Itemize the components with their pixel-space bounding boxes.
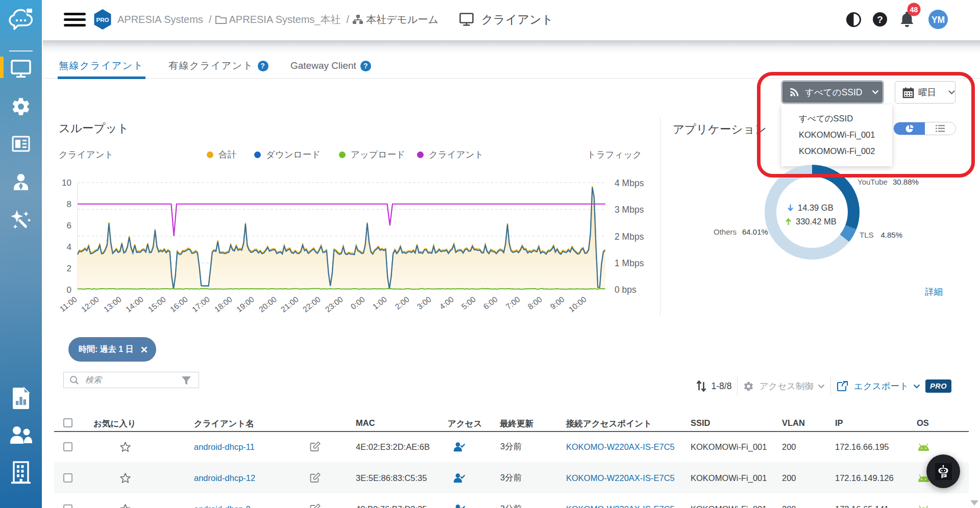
svg-text:18:00: 18:00 (213, 295, 234, 314)
svg-text:21:00: 21:00 (279, 295, 300, 314)
svg-text:5:00: 5:00 (460, 295, 478, 311)
svg-text:4: 4 (67, 242, 71, 252)
svg-text:7:00: 7:00 (504, 295, 522, 311)
svg-text:22:00: 22:00 (301, 295, 322, 314)
svg-text:2:00: 2:00 (394, 295, 411, 311)
svg-text:0 bps: 0 bps (615, 285, 636, 295)
svg-text:3:00: 3:00 (415, 295, 433, 311)
svg-text:12:00: 12:00 (80, 295, 101, 314)
svg-text:2 Mbps: 2 Mbps (615, 232, 644, 242)
svg-text:16:00: 16:00 (168, 295, 189, 314)
svg-text:2: 2 (67, 264, 71, 273)
svg-text:10: 10 (62, 178, 71, 188)
svg-text:10:00: 10:00 (567, 295, 588, 314)
svg-text:1 Mbps: 1 Mbps (615, 258, 644, 268)
svg-text:0: 0 (67, 285, 71, 295)
svg-text:15:00: 15:00 (146, 295, 167, 314)
svg-text:4:00: 4:00 (438, 295, 456, 311)
svg-text:19:00: 19:00 (235, 295, 256, 314)
svg-text:3 Mbps: 3 Mbps (615, 205, 644, 215)
svg-text:8: 8 (67, 199, 71, 209)
svg-text:14:00: 14:00 (124, 295, 145, 314)
svg-text:6: 6 (67, 221, 71, 231)
svg-text:23:00: 23:00 (324, 295, 345, 314)
svg-text:8:00: 8:00 (526, 295, 544, 311)
svg-text:11:00: 11:00 (58, 295, 79, 314)
svg-text:0:00: 0:00 (349, 295, 367, 311)
svg-text:4 Mbps: 4 Mbps (615, 178, 644, 188)
svg-text:1:00: 1:00 (371, 295, 389, 311)
svg-text:13:00: 13:00 (102, 295, 123, 314)
svg-text:9:00: 9:00 (549, 295, 567, 311)
svg-text:20:00: 20:00 (257, 295, 278, 314)
svg-text:6:00: 6:00 (482, 295, 500, 311)
svg-text:17:00: 17:00 (190, 295, 211, 314)
